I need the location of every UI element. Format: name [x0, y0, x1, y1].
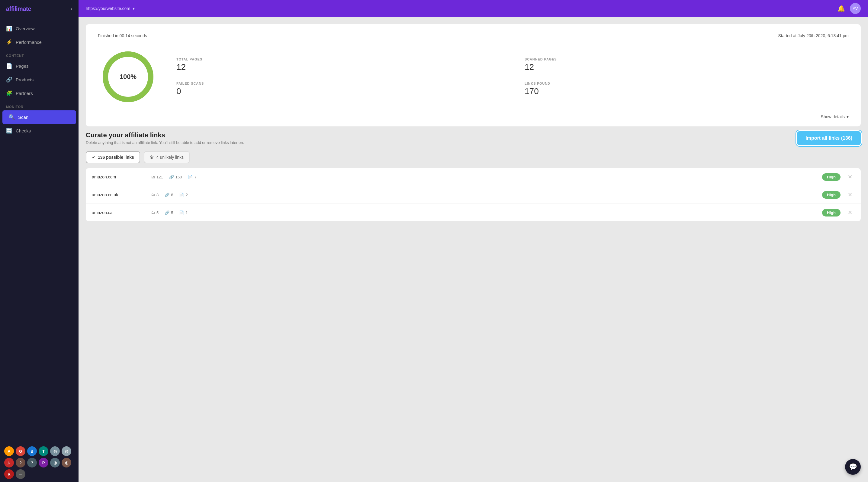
links-table: amazon.com 🗂 121 🔗 150 📄 7: [86, 168, 861, 221]
links-count: 150: [176, 175, 182, 179]
docs-icon: 📄: [188, 175, 193, 179]
row-links-stat: 🔗 150: [169, 175, 182, 179]
notification-bell-icon[interactable]: 🔔: [837, 5, 845, 12]
tab-possible-links[interactable]: ✓ 136 possible links: [86, 151, 140, 163]
sidebar: affilimate ‹ 📊 Overview ⚡ Performance CO…: [0, 0, 79, 482]
row-close-button[interactable]: ✕: [845, 208, 855, 217]
unlikely-links-trash-icon: 🗑: [150, 155, 154, 160]
donut-percentage: 100%: [120, 73, 136, 81]
topbar: https://yourwebsite.com ▾ 🔔 AV: [79, 0, 868, 17]
logo-circle-amazon[interactable]: A: [4, 446, 14, 456]
curate-title: Curate your affiliate links: [86, 131, 244, 139]
pages-icon: 🗂: [151, 175, 155, 179]
row-stats: 🗂 5 🔗 5 📄 1: [151, 210, 817, 215]
tab-unlikely-links[interactable]: 🗑 4 unlikely links: [144, 151, 190, 163]
sidebar-item-checks[interactable]: 🔄 Checks: [0, 124, 79, 138]
sidebar-item-performance[interactable]: ⚡ Performance: [0, 35, 79, 49]
sidebar-item-label: Scan: [18, 115, 28, 120]
sidebar-item-label: Pages: [16, 63, 29, 69]
high-badge: High: [822, 209, 840, 217]
stat-scanned-pages: SCANNED PAGES 12: [525, 57, 849, 72]
chat-button[interactable]: 💬: [845, 459, 861, 475]
row-links-stat: 🔗 8: [164, 193, 173, 197]
row-pages-stat: 🗂 5: [151, 210, 159, 215]
pages-count: 8: [156, 193, 159, 197]
stat-total-pages-value: 12: [176, 62, 500, 72]
links-icon: 🔗: [164, 193, 169, 197]
stat-links-found-label: LINKS FOUND: [525, 82, 849, 85]
logo-circle-brown[interactable]: ?: [16, 458, 25, 467]
table-row: amazon.com 🗂 121 🔗 150 📄 7: [86, 168, 861, 186]
docs-icon: 📄: [179, 210, 184, 215]
logo-circle-bluegray[interactable]: ?: [27, 458, 37, 467]
table-row: amazon.ca 🗂 5 🔗 5 📄 1: [86, 204, 861, 221]
logo-circle-purple[interactable]: P: [39, 458, 48, 467]
logo-circle-red[interactable]: R: [4, 469, 14, 479]
docs-count: 1: [185, 210, 188, 215]
row-close-button[interactable]: ✕: [845, 190, 855, 199]
show-details-row[interactable]: Show details ▾: [98, 114, 849, 119]
row-docs-stat: 📄 7: [188, 175, 196, 179]
logo-circle-b[interactable]: B: [27, 446, 37, 456]
row-domain: amazon.com: [92, 174, 146, 179]
pages-icon: 📄: [6, 63, 12, 69]
sidebar-item-overview[interactable]: 📊 Overview: [0, 22, 79, 35]
user-avatar[interactable]: AV: [850, 3, 861, 14]
possible-links-check-icon: ✓: [92, 155, 95, 160]
sidebar-item-pages[interactable]: 📄 Pages: [0, 59, 79, 73]
table-row: amazon.co.uk 🗂 8 🔗 8 📄 2: [86, 186, 861, 204]
pages-icon: 🗂: [151, 193, 155, 197]
sidebar-collapse-button[interactable]: ‹: [71, 6, 72, 12]
stat-failed-scans: FAILED SCANS 0: [176, 82, 500, 96]
links-icon: 🔗: [164, 210, 169, 215]
show-details-label: Show details: [821, 114, 845, 119]
sidebar-header: affilimate ‹: [0, 0, 79, 18]
row-close-button[interactable]: ✕: [845, 172, 855, 181]
logo-circle-google[interactable]: G: [16, 446, 25, 456]
site-url-text: https://yourwebsite.com: [86, 6, 130, 11]
stat-failed-scans-value: 0: [176, 86, 500, 96]
stat-links-found: LINKS FOUND 170: [525, 82, 849, 96]
possible-links-label: 136 possible links: [98, 155, 134, 160]
products-icon: 🔗: [6, 77, 12, 83]
site-url-selector[interactable]: https://yourwebsite.com ▾: [86, 6, 135, 11]
logo-circle-gray1[interactable]: ◎: [50, 446, 60, 456]
sidebar-item-label: Overview: [16, 26, 35, 31]
scan-started-text: Started at July 20th 2020, 6:13:41 pm: [778, 33, 849, 38]
sidebar-item-scan[interactable]: 🔍 Scan: [2, 110, 76, 124]
scan-finished-text: Finished in 00:14 seconds: [98, 33, 147, 38]
high-badge: High: [822, 173, 840, 181]
stat-total-pages: TOTAL PAGES 12: [176, 57, 500, 72]
sidebar-item-products[interactable]: 🔗 Products: [0, 73, 79, 86]
import-all-links-button[interactable]: Import all links (136): [797, 131, 861, 145]
row-stats: 🗂 8 🔗 8 📄 2: [151, 193, 817, 197]
stat-total-pages-label: TOTAL PAGES: [176, 57, 500, 61]
stat-scanned-pages-label: SCANNED PAGES: [525, 57, 849, 61]
scan-result-card: Finished in 00:14 seconds Started at Jul…: [86, 24, 861, 126]
curate-header: Curate your affiliate links Delete anyth…: [86, 131, 861, 145]
scan-body: 100% TOTAL PAGES 12 SCANNED PAGES 12 FAI…: [98, 47, 849, 107]
logo-circle-gray2[interactable]: ◎: [62, 446, 71, 456]
docs-icon: 📄: [179, 193, 184, 197]
links-count: 5: [171, 210, 173, 215]
scan-meta: Finished in 00:14 seconds Started at Jul…: [98, 33, 849, 38]
docs-count: 7: [194, 175, 196, 179]
logo-circle-more[interactable]: ···: [16, 469, 25, 479]
sidebar-item-partners[interactable]: 🧩 Partners: [0, 86, 79, 100]
topbar-right: 🔔 AV: [837, 3, 861, 14]
stat-links-found-value: 170: [525, 86, 849, 96]
logo-circle-teal[interactable]: T: [39, 446, 48, 456]
row-domain: amazon.ca: [92, 210, 146, 215]
row-pages-stat: 🗂 121: [151, 175, 163, 179]
sidebar-nav: 📊 Overview ⚡ Performance CONTENT 📄 Pages…: [0, 18, 79, 443]
site-url-dropdown-icon: ▾: [132, 6, 135, 11]
curate-title-block: Curate your affiliate links Delete anyth…: [86, 131, 244, 145]
sidebar-item-label: Partners: [16, 91, 33, 96]
logo-circle-brown2[interactable]: ◎: [62, 458, 71, 467]
content-area: Finished in 00:14 seconds Started at Jul…: [79, 17, 868, 482]
links-count: 8: [171, 193, 173, 197]
stat-scanned-pages-value: 12: [525, 62, 849, 72]
checks-icon: 🔄: [6, 127, 12, 134]
logo-circle-slate[interactable]: ◎: [50, 458, 60, 467]
logo-circle-jp[interactable]: jp: [4, 458, 14, 467]
